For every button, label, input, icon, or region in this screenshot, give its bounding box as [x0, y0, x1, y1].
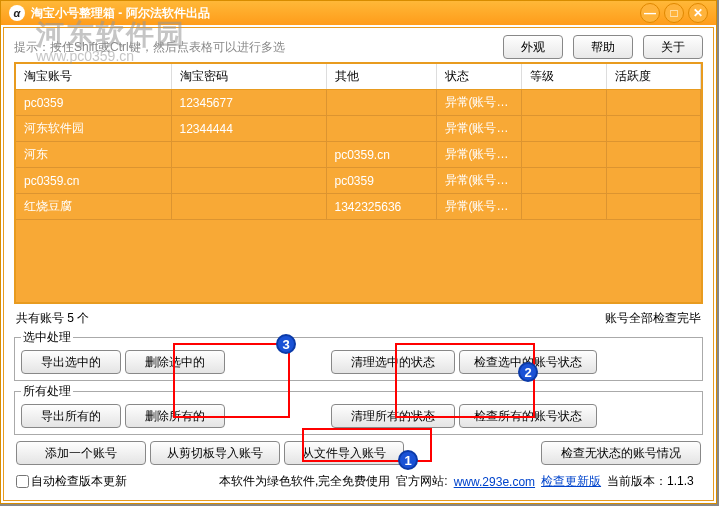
about-button[interactable]: 关于	[643, 35, 703, 59]
table-cell[interactable]: 异常(账号…	[436, 168, 521, 194]
check-all-status-button[interactable]: 检查所有的账号状态	[459, 404, 597, 428]
site-label: 官方网站:	[396, 473, 447, 490]
table-cell[interactable]	[606, 168, 701, 194]
table-cell[interactable]: pc0359.cn	[16, 168, 171, 194]
appearance-button[interactable]: 外观	[503, 35, 563, 59]
table-cell[interactable]: 异常(账号…	[436, 90, 521, 116]
all-legend: 所有处理	[21, 383, 73, 400]
close-button[interactable]: ✕	[688, 3, 708, 23]
add-account-button[interactable]: 添加一个账号	[16, 441, 146, 465]
table-cell[interactable]: pc0359	[326, 168, 436, 194]
table-cell[interactable]: pc0359.cn	[326, 142, 436, 168]
table-cell[interactable]	[326, 116, 436, 142]
minimize-button[interactable]: —	[640, 3, 660, 23]
window-title: 淘宝小号整理箱 - 阿尔法软件出品	[31, 5, 640, 22]
table-cell[interactable]	[326, 90, 436, 116]
status-text: 账号全部检查完毕	[605, 310, 701, 327]
table-cell[interactable]: pc0359	[16, 90, 171, 116]
green-software-text: 本软件为绿色软件,完全免费使用	[219, 473, 390, 490]
maximize-button[interactable]: □	[664, 3, 684, 23]
table-cell[interactable]	[171, 194, 326, 220]
table-cell[interactable]: 12344444	[171, 116, 326, 142]
site-link[interactable]: www.293e.com	[454, 475, 535, 489]
table-row[interactable]: 河东软件园12344444异常(账号…	[16, 116, 701, 142]
all-group: 所有处理 导出所有的 删除所有的 清理所有的状态 检查所有的账号状态	[14, 383, 703, 435]
col-account[interactable]: 淘宝账号	[16, 64, 171, 90]
col-status[interactable]: 状态	[436, 64, 521, 90]
table-cell[interactable]	[606, 116, 701, 142]
table-cell[interactable]	[606, 90, 701, 116]
clear-all-status-button[interactable]: 清理所有的状态	[331, 404, 455, 428]
autocheck-checkbox[interactable]	[16, 475, 29, 488]
table-container: 淘宝账号 淘宝密码 其他 状态 等级 活跃度 pc035912345677异常(…	[14, 62, 703, 304]
table-cell[interactable]	[606, 194, 701, 220]
selected-group: 选中处理 导出选中的 删除选中的 清理选中的状态 检查选中的账号状态	[14, 329, 703, 381]
delete-selected-button[interactable]: 删除选中的	[125, 350, 225, 374]
accounts-table[interactable]: 淘宝账号 淘宝密码 其他 状态 等级 活跃度 pc035912345677异常(…	[16, 64, 701, 220]
table-row[interactable]: pc0359.cnpc0359异常(账号…	[16, 168, 701, 194]
table-cell[interactable]: 河东	[16, 142, 171, 168]
top-row: 提示：按住Shift或Ctrl键，然后点表格可以进行多选 外观 帮助 关于	[14, 32, 703, 62]
export-selected-button[interactable]: 导出选中的	[21, 350, 121, 374]
table-cell[interactable]: 1342325636	[326, 194, 436, 220]
count-row: 共有账号 5 个 账号全部检查完毕	[14, 310, 703, 327]
window-controls: — □ ✕	[640, 3, 708, 23]
export-all-button[interactable]: 导出所有的	[21, 404, 121, 428]
bottom-button-row: 添加一个账号 从剪切板导入账号 从文件导入账号 检查无状态的账号情况	[14, 441, 703, 465]
col-activity[interactable]: 活跃度	[606, 64, 701, 90]
app-icon: α	[9, 5, 25, 21]
selected-legend: 选中处理	[21, 329, 73, 346]
col-level[interactable]: 等级	[521, 64, 606, 90]
table-cell[interactable]	[521, 90, 606, 116]
table-row[interactable]: 红烧豆腐1342325636异常(账号…	[16, 194, 701, 220]
import-file-button[interactable]: 从文件导入账号	[284, 441, 404, 465]
clear-selected-status-button[interactable]: 清理选中的状态	[331, 350, 455, 374]
import-clipboard-button[interactable]: 从剪切板导入账号	[150, 441, 280, 465]
table-cell[interactable]: 河东软件园	[16, 116, 171, 142]
table-cell[interactable]	[171, 168, 326, 194]
content-area: 提示：按住Shift或Ctrl键，然后点表格可以进行多选 外观 帮助 关于 淘宝…	[3, 27, 714, 501]
titlebar: α 淘宝小号整理箱 - 阿尔法软件出品 — □ ✕	[1, 1, 716, 25]
table-row[interactable]: 河东pc0359.cn异常(账号…	[16, 142, 701, 168]
check-nostatus-button[interactable]: 检查无状态的账号情况	[541, 441, 701, 465]
delete-all-button[interactable]: 删除所有的	[125, 404, 225, 428]
autocheck-label[interactable]: 自动检查版本更新	[16, 473, 127, 490]
table-cell[interactable]	[521, 194, 606, 220]
table-cell[interactable]	[521, 116, 606, 142]
help-button[interactable]: 帮助	[573, 35, 633, 59]
table-cell[interactable]	[171, 142, 326, 168]
table-cell[interactable]: 异常(账号…	[436, 194, 521, 220]
update-link[interactable]: 检查更新版	[541, 473, 601, 490]
table-cell[interactable]: 异常(账号…	[436, 142, 521, 168]
footer: 自动检查版本更新 本软件为绿色软件,完全免费使用 官方网站: www.293e.…	[14, 473, 703, 490]
table-cell[interactable]: 异常(账号…	[436, 116, 521, 142]
version-label: 当前版本：1.1.3	[607, 473, 694, 490]
table-cell[interactable]: 红烧豆腐	[16, 194, 171, 220]
table-cell[interactable]	[521, 142, 606, 168]
table-cell[interactable]	[606, 142, 701, 168]
table-row[interactable]: pc035912345677异常(账号…	[16, 90, 701, 116]
hint-text: 提示：按住Shift或Ctrl键，然后点表格可以进行多选	[14, 39, 493, 56]
app-window: α 淘宝小号整理箱 - 阿尔法软件出品 — □ ✕ 提示：按住Shift或Ctr…	[0, 0, 717, 504]
col-other[interactable]: 其他	[326, 64, 436, 90]
table-cell[interactable]: 12345677	[171, 90, 326, 116]
col-password[interactable]: 淘宝密码	[171, 64, 326, 90]
count-text: 共有账号 5 个	[16, 310, 605, 327]
table-cell[interactable]	[521, 168, 606, 194]
check-selected-status-button[interactable]: 检查选中的账号状态	[459, 350, 597, 374]
